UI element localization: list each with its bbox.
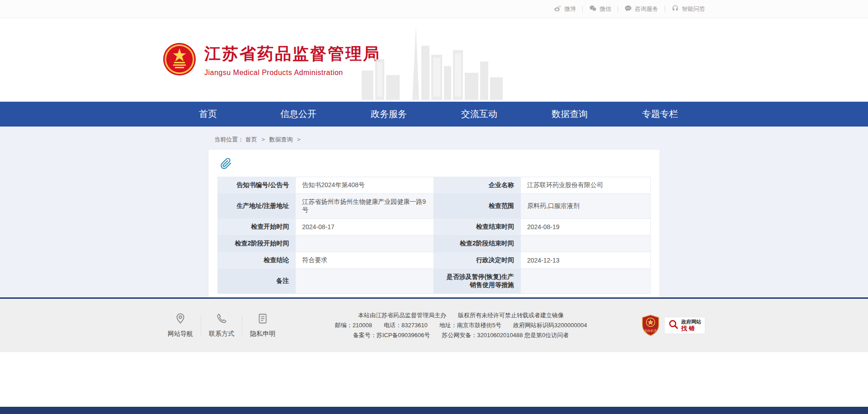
footer-link-label: 联系方式 — [204, 330, 239, 338]
national-emblem-logo[interactable] — [163, 42, 196, 78]
field-label: 备注 — [218, 269, 296, 294]
site-title-block[interactable]: 江苏省药品监督管理局 Jiangsu Medical Products Admi… — [204, 43, 381, 77]
bottom-spacer — [0, 352, 868, 407]
field-label: 企业名称 — [434, 177, 520, 194]
field-label: 告知书编号/公告号 — [218, 177, 296, 194]
topbar-item-smart-qa[interactable]: 智能问答 — [671, 5, 705, 14]
footer: 网站导航 联系方式 隐私申明 本站由江苏省药品监督管理局主办 版权所有未经许可禁… — [0, 299, 868, 352]
topbar-item-label: 智能问答 — [682, 5, 705, 13]
topbar-item-weibo[interactable]: 微博 — [554, 5, 576, 14]
inspection-detail-table: 告知书编号/公告号 告知书2024年第408号 企业名称 江苏联环药业股份有限公… — [217, 177, 651, 294]
magnifier-icon — [668, 319, 679, 332]
nav-item-info-disclosure[interactable]: 信息公开 — [253, 102, 344, 127]
city-skyline-decoration — [362, 25, 511, 102]
nav-item-data-query[interactable]: 数据查询 — [524, 102, 615, 127]
footer-line-icp: 备案号：苏ICP备09039606号 苏公网安备：32010602010488 … — [280, 330, 642, 340]
field-label: 是否涉及暂停(恢复)生产销售使用等措施 — [434, 269, 520, 294]
footer-link-label: 网站导航 — [163, 330, 198, 338]
field-label: 检查范围 — [434, 194, 520, 219]
footer-info: 本站由江苏省药品监督管理局主办 版权所有未经许可禁止转载或者建立镜像 邮编：21… — [280, 310, 642, 340]
nav-item-gov-services[interactable]: 政务服务 — [344, 102, 434, 127]
gov-site-error-report-badge[interactable]: 政府网站 找错 — [664, 317, 705, 334]
topbar-item-consult-service[interactable]: 咨询服务 — [624, 5, 658, 14]
consult-service-icon — [624, 5, 632, 14]
site-title: 江苏省药品监督管理局 — [204, 43, 381, 65]
footer-line-contact: 邮编：210008 电话：83273610 地址：南京市鼓楼街5号 政府网站标识… — [280, 320, 642, 330]
nav-item-home[interactable]: 首页 — [163, 102, 253, 127]
table-row: 检查开始时间 2024-08-17 检查结束时间 2024-08-19 — [218, 219, 651, 235]
field-label: 检查2阶段开始时间 — [218, 235, 296, 252]
footer-line-host: 本站由江苏省药品监督管理局主办 版权所有未经许可禁止转载或者建立镜像 — [280, 310, 642, 320]
breadcrumb-link-data-query[interactable]: 数据查询 — [269, 136, 292, 143]
badge-text-bottom: 找错 — [681, 325, 701, 332]
field-label: 检查结束时间 — [434, 219, 520, 235]
field-label: 检查2阶段结束时间 — [434, 235, 520, 252]
wechat-icon — [589, 5, 597, 14]
field-value: 江苏省扬州市扬州生物健康产业园健康一路9号 — [296, 194, 434, 219]
content-area: 当前位置： 首页 > 数据查询 > 告知书编号/公告号 告知书2024年第408… — [0, 127, 868, 297]
breadcrumb-separator: > — [261, 136, 265, 143]
table-row: 检查结论 符合要求 行政决定时间 2024-12-13 — [218, 252, 651, 269]
breadcrumb-prefix: 当前位置： — [214, 136, 244, 143]
bottom-bar — [0, 407, 868, 414]
field-value: 告知书2024年第408号 — [296, 177, 434, 194]
field-label: 检查结论 — [218, 252, 296, 269]
field-value — [296, 269, 434, 294]
field-value — [520, 269, 650, 294]
topbar-item-label: 微信 — [599, 5, 611, 13]
nav-item-special-topics[interactable]: 专题专栏 — [615, 102, 705, 127]
site-header: 江苏省药品监督管理局 Jiangsu Medical Products Admi… — [0, 18, 868, 102]
weibo-icon — [554, 5, 561, 14]
table-row: 生产地址/注册地址 江苏省扬州市扬州生物健康产业园健康一路9号 检查范围 原料药… — [218, 194, 651, 219]
field-label: 检查开始时间 — [218, 219, 296, 235]
breadcrumb-separator: > — [297, 136, 301, 143]
footer-link-site-map[interactable]: 网站导航 — [163, 313, 198, 338]
topbar-item-label: 微博 — [564, 5, 576, 13]
document-icon — [257, 318, 269, 326]
topbar-item-wechat[interactable]: 微信 — [589, 5, 611, 14]
field-value: 2024-08-19 — [520, 219, 650, 235]
site-subtitle: Jiangsu Medical Products Administration — [204, 69, 381, 77]
party-gov-badge-label: 党政机关 — [642, 329, 660, 333]
divider — [618, 6, 618, 12]
phone-icon — [216, 318, 227, 326]
footer-link-privacy[interactable]: 隐私申明 — [245, 313, 280, 338]
footer-link-label: 隐私申明 — [245, 330, 280, 338]
field-value: 符合要求 — [296, 252, 434, 269]
breadcrumb-link-home[interactable]: 首页 — [245, 136, 257, 143]
divider — [582, 6, 583, 12]
table-row: 备注 是否涉及暂停(恢复)生产销售使用等措施 — [218, 269, 651, 294]
inspection-detail-card: 告知书编号/公告号 告知书2024年第408号 企业名称 江苏联环药业股份有限公… — [208, 149, 660, 297]
divider — [665, 6, 665, 12]
map-pin-icon — [175, 318, 186, 326]
field-value: 江苏联环药业股份有限公司 — [520, 177, 650, 194]
field-value: 2024-08-17 — [296, 219, 434, 235]
breadcrumb: 当前位置： 首页 > 数据查询 > — [214, 136, 660, 144]
paperclip-icon — [220, 158, 651, 171]
party-gov-badge[interactable]: 党政机关 — [642, 315, 660, 336]
field-value — [296, 235, 434, 252]
table-row: 告知书编号/公告号 告知书2024年第408号 企业名称 江苏联环药业股份有限公… — [218, 177, 651, 194]
field-value: 2024-12-13 — [520, 252, 650, 269]
topbar: 微博 微信 咨询服务 智能问答 — [0, 0, 868, 18]
footer-link-contact[interactable]: 联系方式 — [204, 313, 239, 338]
main-nav: 首页 信息公开 政务服务 交流互动 数据查询 专题专栏 — [0, 102, 868, 127]
badge-text-top: 政府网站 — [681, 319, 701, 325]
nav-item-interaction[interactable]: 交流互动 — [434, 102, 524, 127]
field-label: 行政决定时间 — [434, 252, 520, 269]
field-label: 生产地址/注册地址 — [218, 194, 296, 219]
divider — [201, 315, 201, 336]
field-value: 原料药,口服溶液剂 — [520, 194, 650, 219]
table-row: 检查2阶段开始时间 检查2阶段结束时间 — [218, 235, 651, 252]
smart-qa-icon — [671, 5, 679, 14]
divider — [242, 315, 242, 336]
topbar-item-label: 咨询服务 — [635, 5, 658, 13]
field-value — [520, 235, 650, 252]
